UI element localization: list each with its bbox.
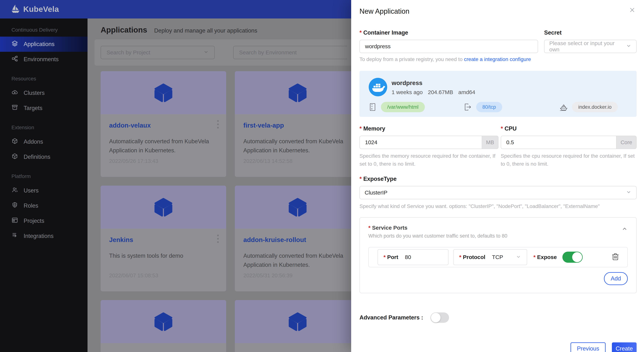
app-card-title[interactable]: Jenkins bbox=[109, 236, 218, 244]
memory-label: Memory bbox=[360, 125, 498, 132]
card-menu-dots-icon[interactable] bbox=[217, 120, 219, 128]
sidebar-item-definitions[interactable]: Definitions bbox=[0, 149, 88, 164]
container-image-input[interactable] bbox=[360, 40, 538, 53]
close-icon[interactable] bbox=[628, 6, 636, 14]
archive-icon bbox=[12, 104, 18, 112]
sidebar-item-environments[interactable]: Environments bbox=[0, 52, 88, 67]
advanced-parameters-toggle[interactable] bbox=[430, 312, 449, 323]
port-field[interactable]: Port bbox=[378, 249, 448, 265]
expose-type-label: ExposeType bbox=[360, 176, 636, 182]
image-info-card: wordpress 1 weeks ago 204.67MB amd64 /va… bbox=[360, 71, 636, 117]
exposed-port-badge: 80/tcp bbox=[476, 102, 502, 112]
sidebar-item-label: Targets bbox=[24, 105, 42, 111]
app-card-description: Automatically converted from KubeVela Ap… bbox=[109, 137, 218, 155]
app-card-addon-velaux[interactable]: addon-velaux Automatically converted fro… bbox=[100, 71, 226, 177]
chevron-down-icon bbox=[203, 49, 209, 56]
app-card-first-vela-app[interactable]: first-vela-app Automatically converted f… bbox=[235, 71, 360, 177]
image-name: wordpress bbox=[392, 80, 475, 87]
expose-toggle[interactable] bbox=[562, 252, 583, 263]
layers-icon bbox=[12, 40, 18, 48]
user-icon bbox=[12, 187, 18, 195]
protocol-field[interactable]: Protocol TCP bbox=[453, 249, 527, 265]
port-label: Port bbox=[384, 254, 398, 260]
app-card-description: Automatically converted from KubeVela Ap… bbox=[243, 251, 352, 269]
page-head: Applications Deploy and manage all your … bbox=[100, 26, 257, 34]
app-card-partial[interactable] bbox=[235, 300, 360, 352]
container-image-label: Container Image bbox=[360, 29, 538, 36]
app-cube-icon bbox=[152, 310, 175, 333]
trash-icon[interactable] bbox=[611, 253, 620, 262]
previous-button[interactable]: Previous bbox=[570, 342, 606, 352]
sidebar-item-addons[interactable]: Addons bbox=[0, 134, 88, 149]
app-card-jenkins[interactable]: Jenkins This is system tools for demo 20… bbox=[100, 186, 226, 291]
volume-icon bbox=[368, 103, 377, 111]
expose-type-help: Specify what kind of Service you want. o… bbox=[360, 202, 636, 210]
secret-select[interactable]: Please select or input your own bbox=[544, 40, 636, 53]
sidebar-item-roles[interactable]: Roles bbox=[0, 198, 88, 213]
image-size: 204.67MB bbox=[428, 89, 453, 95]
image-meta: 1 weeks ago 204.67MB amd64 bbox=[392, 89, 475, 95]
secret-label: Secret bbox=[544, 29, 636, 36]
sitemap-icon bbox=[12, 55, 18, 63]
cpu-help: Specifies the cpu resource required for … bbox=[501, 152, 636, 168]
app-card-banner bbox=[100, 71, 226, 114]
sidebar-item-label: Addons bbox=[24, 138, 43, 145]
sailboat-icon bbox=[10, 4, 20, 15]
app-card-title[interactable]: first-vela-app bbox=[243, 122, 352, 129]
registry-hint: To deploy from a private registry, you n… bbox=[360, 56, 636, 62]
sidebar-item-label: Applications bbox=[24, 41, 54, 48]
app-card-date: 2022/05/31 20:56:39 bbox=[243, 272, 292, 279]
environment-filter-input[interactable]: Search by Environment bbox=[233, 46, 347, 59]
sidebar-section-platform: Platform bbox=[0, 172, 88, 181]
volume-path-badge: /var/www/html bbox=[381, 102, 425, 112]
sidebar-item-targets[interactable]: Targets bbox=[0, 101, 88, 116]
secret-placeholder: Please select or input your own bbox=[549, 40, 626, 53]
app-card-description: Automatically converted from KubeVela Ap… bbox=[243, 137, 352, 155]
chevron-up-icon[interactable] bbox=[622, 226, 628, 233]
app-card-addon-kruise-rollout[interactable]: addon-kruise-rollout Automatically conve… bbox=[235, 186, 360, 291]
create-button[interactable]: Create bbox=[612, 342, 636, 352]
cpu-input[interactable] bbox=[501, 136, 616, 149]
sidebar-section-extension: Extension bbox=[0, 123, 88, 132]
cube-icon bbox=[12, 153, 18, 161]
app-card-title[interactable]: addon-kruise-rollout bbox=[243, 236, 352, 244]
app-card-date: 2022/06/07 15:08:53 bbox=[109, 272, 158, 279]
sidebar-item-integrations[interactable]: Integrations bbox=[0, 229, 88, 244]
memory-help: Specifies the memory resource required f… bbox=[360, 152, 498, 168]
window-icon bbox=[12, 217, 18, 225]
sidebar-item-projects[interactable]: Projects bbox=[0, 213, 88, 229]
service-ports-group: Service Ports Which ports do you want cu… bbox=[360, 217, 636, 293]
app-card-partial[interactable] bbox=[100, 300, 226, 352]
port-input[interactable] bbox=[405, 254, 427, 260]
app-cube-icon bbox=[286, 310, 309, 333]
expose-type-select[interactable]: ClusterIP bbox=[360, 186, 636, 199]
sidebar-item-clusters[interactable]: Clusters bbox=[0, 85, 88, 101]
app-card-description: This is system tools for demo bbox=[109, 251, 218, 260]
advanced-parameters-label: Advanced Parameters : bbox=[360, 314, 423, 321]
app-card-body: addon-kruise-rollout Automatically conve… bbox=[235, 229, 360, 269]
app-cube-icon bbox=[152, 196, 175, 219]
expose-label: Expose bbox=[534, 254, 557, 260]
sidebar-item-label: Clusters bbox=[24, 90, 45, 96]
sidebar-item-applications[interactable]: Applications bbox=[0, 37, 88, 52]
app-card-title[interactable]: addon-velaux bbox=[109, 122, 218, 129]
page-subtitle: Deploy and manage all your applications bbox=[154, 27, 257, 34]
cpu-unit: Core bbox=[616, 136, 636, 149]
sidebar: Continuous Delivery Applications Environ… bbox=[0, 19, 88, 352]
app-card-body: Jenkins This is system tools for demo 20… bbox=[100, 229, 226, 260]
app-card-banner bbox=[100, 300, 226, 343]
add-port-button[interactable]: Add bbox=[604, 272, 628, 285]
page-title: Applications bbox=[100, 26, 147, 34]
project-filter-select[interactable]: Search by Project bbox=[100, 46, 215, 59]
chevron-down-icon bbox=[516, 254, 521, 260]
export-port-icon bbox=[464, 103, 472, 111]
sidebar-item-label: Definitions bbox=[24, 154, 50, 160]
sidebar-item-label: Environments bbox=[24, 56, 59, 63]
card-menu-dots-icon[interactable] bbox=[217, 235, 219, 243]
integration-configure-link[interactable]: create a integration configure bbox=[464, 56, 531, 62]
sidebar-item-label: Roles bbox=[24, 203, 38, 209]
memory-input[interactable] bbox=[360, 136, 482, 149]
app-card-banner bbox=[235, 186, 360, 229]
applications-grid: addon-velaux Automatically converted fro… bbox=[100, 71, 360, 352]
sidebar-item-users[interactable]: Users bbox=[0, 183, 88, 198]
